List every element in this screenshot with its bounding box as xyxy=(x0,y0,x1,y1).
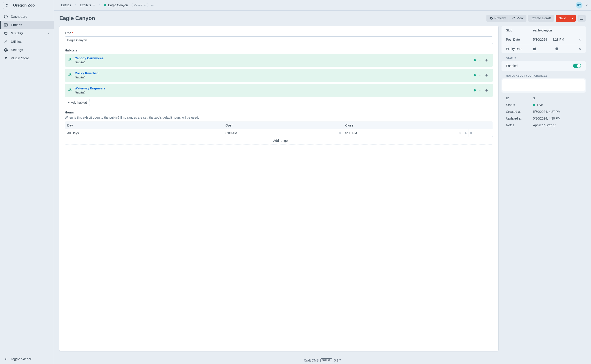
footer-brand: Craft CMS SOLO 5.1.7 xyxy=(54,357,591,364)
svg-rect-17 xyxy=(69,77,71,77)
nav-plugin-store[interactable]: Plugin Store xyxy=(0,54,54,62)
info-updated-label: Updated at xyxy=(506,117,533,120)
clear-postdate-button[interactable]: ✕ xyxy=(579,38,581,41)
edition-badge[interactable]: SOLO xyxy=(320,358,332,362)
habitat-actions-button[interactable] xyxy=(478,90,483,91)
postdate-date-input[interactable]: 5/30/2024 xyxy=(533,38,547,41)
clock-icon[interactable] xyxy=(555,47,559,51)
habitat-item[interactable]: Canopy Carnivores Habitat xyxy=(65,54,493,67)
product-name[interactable]: Craft CMS xyxy=(304,359,319,362)
nav-dashboard[interactable]: Dashboard xyxy=(0,12,54,21)
info-status-label: Status xyxy=(506,103,533,107)
clear-button[interactable]: ✕ xyxy=(458,131,461,135)
page-title: Eagle Canyon xyxy=(59,15,485,21)
th-close: Close xyxy=(343,122,463,129)
crumb-entry[interactable]: Eagle Canyon xyxy=(102,2,130,8)
toggle-sidebar[interactable]: Toggle sidebar xyxy=(0,354,54,364)
habitat-actions-button[interactable] xyxy=(478,60,483,61)
calendar-icon[interactable] xyxy=(533,47,536,51)
main: Entries Exhibits Eagle Canyon Current xyxy=(54,0,591,364)
habitat-title[interactable]: Waterway Engineers xyxy=(75,86,471,90)
chevron-left-icon xyxy=(4,357,8,361)
share-icon xyxy=(512,17,515,20)
add-habitat-button[interactable]: + Add habitat xyxy=(65,99,90,106)
habitat-type: Habitat xyxy=(75,76,471,79)
nav-settings[interactable]: Settings xyxy=(0,46,54,54)
topbar: Entries Exhibits Eagle Canyon Current xyxy=(54,0,591,11)
section-notes: NOTES ABOUT YOUR CHANGES xyxy=(502,73,586,78)
title-input[interactable] xyxy=(65,36,493,44)
move-icon[interactable] xyxy=(485,74,489,77)
move-icon[interactable] xyxy=(485,59,489,62)
nav-utilities[interactable]: Utilities xyxy=(0,37,54,46)
habitat-type: Habitat xyxy=(75,91,471,94)
toggle-details-button[interactable] xyxy=(578,15,586,22)
create-draft-button[interactable]: Create a draft xyxy=(528,15,554,22)
main-card: Title * Habitats Canopy Carnivores Habit… xyxy=(59,26,498,351)
view-button[interactable]: View xyxy=(509,15,526,22)
meta-expiry-label: Expiry Date xyxy=(506,47,533,51)
crumb-entries[interactable]: Entries xyxy=(59,2,73,8)
open-input[interactable] xyxy=(223,129,343,137)
preview-button[interactable]: Preview xyxy=(486,15,509,22)
habitat-title[interactable]: Rocky Riverbed xyxy=(75,72,471,75)
user-menu[interactable]: PT xyxy=(576,2,583,8)
day-input[interactable] xyxy=(65,129,223,137)
delete-row-button[interactable]: ✕ xyxy=(468,129,474,137)
save-button[interactable]: Save xyxy=(556,15,569,22)
field-label-hours: Hours xyxy=(65,110,493,114)
clear-button[interactable]: ✕ xyxy=(339,131,341,135)
svg-rect-27 xyxy=(534,47,534,48)
site-name[interactable]: Oregon Zoo xyxy=(13,3,35,8)
palm-tree-icon xyxy=(68,73,72,77)
site-badge[interactable]: C xyxy=(3,2,10,9)
add-range-button[interactable]: + Add range xyxy=(65,137,493,144)
section-status: STATUS xyxy=(502,56,586,61)
nav-entries[interactable]: Entries xyxy=(0,21,54,29)
button-label: Add habitat xyxy=(71,101,87,104)
svg-point-8 xyxy=(151,5,152,6)
chevron-down-icon xyxy=(47,32,50,34)
move-icon[interactable] xyxy=(463,129,468,137)
nav-label: Utilities xyxy=(11,39,22,43)
svg-point-18 xyxy=(479,75,479,76)
th-day: Day xyxy=(65,122,223,129)
nav-label: Plugin Store xyxy=(11,56,29,60)
button-label: View xyxy=(517,16,523,20)
actionbar: Eagle Canyon Preview View Create a draft… xyxy=(54,11,591,26)
status-dot-icon xyxy=(474,59,476,61)
habitat-item[interactable]: Rocky Riverbed Habitat xyxy=(65,69,493,82)
move-icon[interactable] xyxy=(485,89,489,92)
chevron-down-icon xyxy=(571,17,574,19)
habitat-item[interactable]: Waterway Engineers Habitat xyxy=(65,84,493,97)
svg-point-16 xyxy=(481,60,481,60)
habitat-actions-button[interactable] xyxy=(478,75,483,76)
svg-rect-11 xyxy=(580,17,583,20)
info-created-value: 5/30/2024, 4:27 PM xyxy=(533,110,560,113)
crumb-section[interactable]: Exhibits xyxy=(78,2,97,8)
nav-graphql[interactable]: GraphQL xyxy=(0,29,54,37)
save-menu-button[interactable] xyxy=(569,15,576,22)
newspaper-icon xyxy=(4,23,8,27)
dots-icon xyxy=(151,5,154,6)
habitat-title[interactable]: Canopy Carnivores xyxy=(75,56,471,60)
nav-label: Dashboard xyxy=(11,15,27,19)
enabled-toggle[interactable] xyxy=(573,64,581,68)
clear-expiry-button[interactable]: ✕ xyxy=(579,47,581,51)
revision-pill[interactable]: Current xyxy=(132,3,149,7)
hours-table: Day Open Close ✕ ✕ ✕ xyxy=(65,122,493,137)
info-notes-label: Notes xyxy=(506,123,533,127)
meta-slug-value[interactable]: eagle-canyon xyxy=(533,29,581,32)
svg-point-15 xyxy=(480,60,480,60)
chevron-down-icon[interactable] xyxy=(586,4,588,6)
version: 5.1.7 xyxy=(334,359,341,362)
close-input[interactable] xyxy=(343,129,463,137)
plus-icon: + xyxy=(68,101,69,104)
plug-icon xyxy=(4,56,8,60)
entry-actions-menu[interactable] xyxy=(150,4,155,6)
toggle-sidebar-label: Toggle sidebar xyxy=(11,357,31,361)
chevron-down-icon xyxy=(93,4,95,6)
notes-input[interactable] xyxy=(502,79,585,91)
postdate-time-input[interactable]: 4:28 PM xyxy=(552,38,564,41)
palm-tree-icon xyxy=(68,58,72,62)
